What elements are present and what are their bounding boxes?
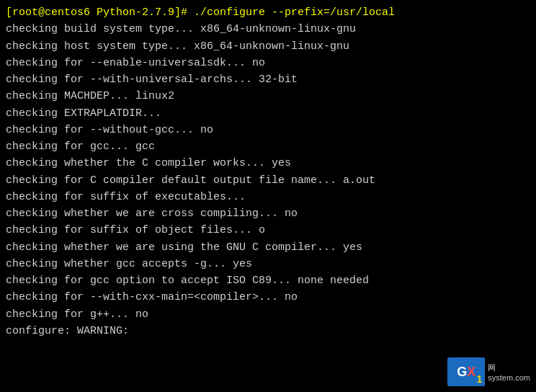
terminal-line-line18: checking for --with-cxx-main=<compiler>.… bbox=[6, 289, 530, 306]
watermark: G X 1 网 system.com bbox=[447, 357, 530, 386]
terminal-line-line13: checking whether we are cross compiling.… bbox=[6, 205, 530, 222]
terminal-line-line7: checking EXTRAPLATDIR... bbox=[6, 105, 530, 122]
logo-g: G bbox=[457, 365, 467, 380]
terminal-window: [root@centos6 Python-2.7.9]# ./configure… bbox=[0, 0, 536, 392]
terminal-line-line9: checking for gcc... gcc bbox=[6, 138, 530, 155]
terminal-line-line15: checking whether we are using the GNU C … bbox=[6, 239, 530, 256]
watermark-site: 网 system.com bbox=[488, 362, 530, 382]
terminal-line-line11: checking for C compiler default output f… bbox=[6, 172, 530, 189]
terminal-line-line4: checking for --enable-universalsdk... no bbox=[6, 55, 530, 71]
watermark-site-top: 网 bbox=[488, 362, 496, 373]
terminal-output: [root@centos6 Python-2.7.9]# ./configure… bbox=[6, 4, 530, 339]
terminal-line-line10: checking whether the C compiler works...… bbox=[6, 155, 530, 172]
terminal-line-line19: checking for g++... no bbox=[6, 306, 530, 323]
logo-1: 1 bbox=[477, 373, 483, 385]
terminal-line-line16: checking whether gcc accepts -g... yes bbox=[6, 256, 530, 272]
watermark-logo: G X 1 bbox=[447, 357, 485, 386]
terminal-line-line6: checking MACHDEP... linux2 bbox=[6, 88, 530, 104]
terminal-line-line12: checking for suffix of executables... bbox=[6, 189, 530, 205]
terminal-line-line14: checking for suffix of object files... o bbox=[6, 222, 530, 239]
watermark-site-bottom: system.com bbox=[488, 373, 530, 382]
terminal-line-line3: checking host system type... x86_64-unkn… bbox=[6, 38, 530, 55]
terminal-line-line5: checking for --with-universal-archs... 3… bbox=[6, 71, 530, 88]
terminal-line-line17: checking for gcc option to accept ISO C8… bbox=[6, 272, 530, 289]
logo-x: X bbox=[467, 365, 475, 380]
terminal-line-line20: configure: WARNING: bbox=[6, 323, 530, 339]
terminal-line-line8: checking for --without-gcc... no bbox=[6, 122, 530, 138]
terminal-line-line1: [root@centos6 Python-2.7.9]# ./configure… bbox=[6, 4, 530, 21]
terminal-line-line2: checking build system type... x86_64-unk… bbox=[6, 21, 530, 37]
